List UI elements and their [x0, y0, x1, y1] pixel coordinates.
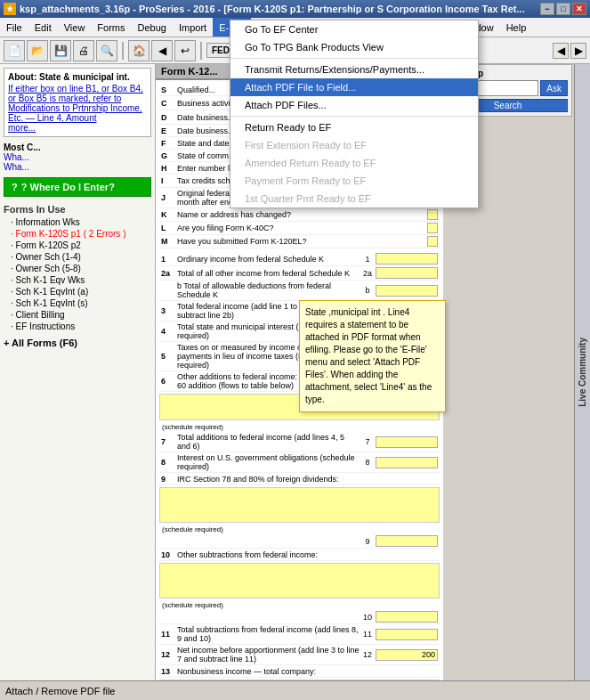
most-common: Most C... Wha... Wha... [0, 141, 155, 174]
ask-button[interactable]: Ask [540, 80, 568, 96]
sidebar: About: State & municipal int. If either … [0, 64, 156, 680]
where-do-i-enter-button[interactable]: ? ? Where Do I Enter? [4, 177, 151, 197]
checkbox-l[interactable] [427, 223, 438, 233]
sidebar-item-schk1-eqv-wks[interactable]: · Sch K-1 Eqv Wks [4, 274, 151, 286]
title-bar: ★ ksp_attachments_3.16p - ProSeries - 20… [0, 0, 590, 18]
sidebar-item-client-billing[interactable]: · Client Billing [4, 309, 151, 321]
menu-amended-return-ef: Amended Return Ready to EF [230, 154, 478, 172]
undo-button[interactable]: ↩ [174, 40, 196, 61]
print-button[interactable]: 🖨 [73, 40, 94, 61]
menu-transmit-returns[interactable]: Transmit Returns/Extensions/Payments... [230, 61, 478, 78]
about-text: If either box on line B1, or Box B4, or … [8, 84, 143, 123]
tooltip-box: State ,municipal int . Line4 requires a … [299, 300, 446, 412]
menu-import[interactable]: Import [173, 18, 213, 37]
field-line10[interactable] [376, 611, 438, 623]
schedule-label-3: (schedule required) [159, 600, 440, 610]
field-line12[interactable]: 200 [376, 649, 438, 661]
sidebar-item-schk1-eqvint-s[interactable]: · Sch K-1 EqvInt (s) [4, 297, 151, 309]
sep2 [200, 42, 202, 60]
about-link[interactable]: If either box on line B1, or Box B4, or … [8, 84, 147, 123]
app-icon: ★ [4, 3, 16, 15]
about-box: About: State & municipal int. If either … [4, 68, 151, 137]
status-text: Attach / Remove PDF file [5, 686, 116, 696]
field-line9[interactable] [376, 535, 438, 547]
menu-go-to-ef-center[interactable]: Go To EF Center [230, 20, 478, 38]
menu-forms[interactable]: Forms [91, 18, 131, 37]
menu-attach-pdf-files[interactable]: Attach PDF Files... [230, 96, 478, 114]
form-title-left: Form K-12... [161, 66, 218, 77]
form-line-1: 1 Ordinary income from federal Schedule … [159, 252, 440, 266]
sidebar-item-schk1-eqvint-a[interactable]: · Sch K-1 EqvInt (a) [4, 286, 151, 297]
form-line-8: 8 Interest on U.S. government obligation… [159, 452, 440, 473]
open-button[interactable]: 📂 [27, 40, 48, 61]
nav-arrows: ◀ ▶ [553, 43, 586, 59]
form-line-k: K Name or address has changed? [159, 208, 440, 222]
maximize-button[interactable]: □ [556, 3, 570, 15]
sidebar-item-owner-sch-58[interactable]: · Owner Sch (5-8) [4, 263, 151, 274]
field-line1[interactable] [376, 253, 438, 265]
form-line-13: 13 Nonbusiness income — total company: [159, 665, 440, 678]
menu-view[interactable]: View [58, 18, 92, 37]
menu-file[interactable]: File [0, 18, 28, 37]
back-button[interactable]: ◀ [151, 40, 173, 61]
field-line8[interactable] [376, 457, 438, 468]
sidebar-item-k120s-p1[interactable]: · Form K-120S p1 ( 2 Errors ) [4, 228, 151, 240]
live-community-panel[interactable]: Live Community [574, 64, 590, 680]
menu-go-to-tpg[interactable]: Go To TPG Bank Products View [230, 38, 478, 56]
schedule-area-2 [159, 487, 440, 523]
checkbox-k[interactable] [427, 209, 438, 220]
sidebar-item-k120s-p2[interactable]: · Form K-120S p2 [4, 240, 151, 251]
all-forms[interactable]: + All Forms (F6) [0, 334, 155, 352]
form-line-2b: b Total of allowable deductions from fed… [159, 281, 440, 301]
dropdown-sep-2 [230, 116, 478, 117]
efile-dropdown-menu: Go To EF Center Go To TPG Bank Products … [230, 20, 479, 208]
menu-edit[interactable]: Edit [28, 18, 58, 37]
form-line-10val: 10 [159, 610, 440, 624]
home-button[interactable]: 🏠 [128, 40, 150, 61]
about-more[interactable]: more... [8, 123, 36, 133]
sidebar-item-ef-instructions[interactable]: · EF Instructions [4, 321, 151, 332]
form-line-11: 11 Total subtractions from federal incom… [159, 624, 440, 645]
nav-left[interactable]: ◀ [553, 43, 569, 59]
field-line11[interactable] [376, 629, 438, 640]
menu-help[interactable]: Help [500, 18, 533, 37]
schedule-area-3 [159, 563, 440, 598]
field-line2b[interactable] [376, 285, 438, 297]
preview-button[interactable]: 🔍 [96, 40, 117, 61]
checkbox-m[interactable] [427, 236, 438, 247]
menu-debug[interactable]: Debug [132, 18, 173, 37]
save-button[interactable]: 💾 [50, 40, 71, 61]
where-icon: ? [12, 182, 18, 192]
menu-first-extension-ef: First Extension Ready to EF [230, 136, 478, 154]
forms-section-title[interactable]: Forms In Use [4, 202, 151, 216]
field-line7[interactable] [376, 436, 438, 448]
form-line-9preamble: 9 IRC Section 78 and 80% of foreign divi… [159, 473, 440, 485]
form-line-7: 7 Total additions to federal income (add… [159, 432, 440, 452]
menu-return-ready-ef[interactable]: Return Ready to EF [230, 118, 478, 136]
minimize-button[interactable]: − [540, 3, 554, 15]
about-title: About: State & municipal int. [8, 72, 147, 82]
schedule-label-2: (schedule required) [159, 525, 440, 534]
title-text: ksp_attachments_3.16p - ProSeries - 2016… [20, 4, 540, 14]
window-controls: − □ ✕ [540, 3, 586, 15]
tooltip-text: State ,municipal int . Line4 requires a … [305, 307, 432, 404]
menu-attach-pdf-field[interactable]: Attach PDF File to Field... [230, 78, 478, 96]
new-button[interactable]: 📄 [4, 40, 25, 61]
form-line-l: L Are you filing Form K-40C? [159, 222, 440, 235]
schedule-label-1: (schedule required) [159, 422, 440, 432]
forms-section: Forms In Use · Information Wks · Form K-… [0, 200, 155, 334]
field-line2a[interactable] [376, 267, 438, 279]
sidebar-item-owner-sch-14[interactable]: · Owner Sch (1-4) [4, 251, 151, 263]
menu-1st-quarter-ef: 1st Quarter Pmt Ready to EF [230, 190, 478, 208]
most-common-link2[interactable]: Wha... [4, 162, 151, 172]
form-line-2a: 2a Total of all other income from federa… [159, 266, 440, 281]
sidebar-item-information-wks[interactable]: · Information Wks [4, 216, 151, 228]
live-community-label: Live Community [578, 338, 587, 407]
nav-right[interactable]: ▶ [570, 43, 586, 59]
dropdown-sep-1 [230, 58, 478, 59]
most-common-link1[interactable]: Wha... [4, 152, 151, 162]
form-line-10: 10 Other subtractions from federal incom… [159, 549, 440, 561]
form-line-9: 9 [159, 534, 440, 549]
close-button[interactable]: ✕ [572, 3, 586, 15]
menu-payment-form-ef: Payment Form Ready to EF [230, 172, 478, 190]
